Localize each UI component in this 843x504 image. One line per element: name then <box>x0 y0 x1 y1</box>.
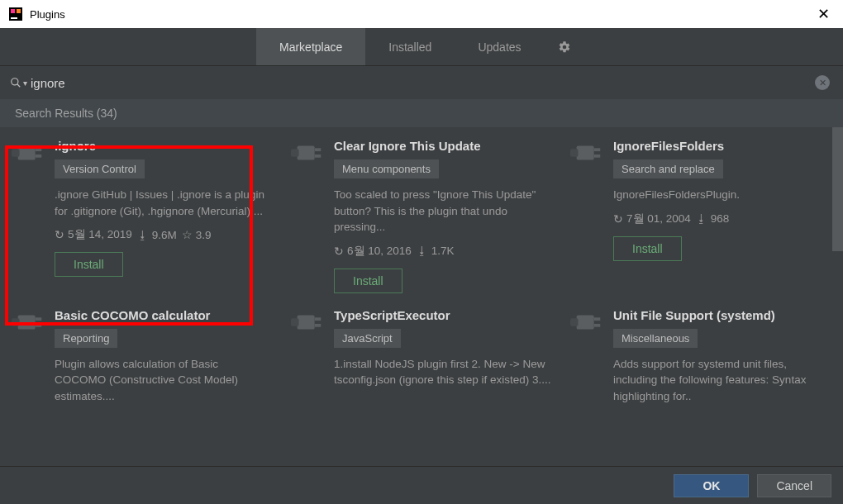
svg-rect-29 <box>594 324 601 327</box>
search-results-header: Search Results (34) <box>0 99 843 127</box>
plugin-description: IgnoreFilesFoldersPlugin. <box>613 187 831 203</box>
plugin-title[interactable]: Clear Ignore This Update <box>334 139 552 153</box>
tab-installed[interactable]: Installed <box>365 28 455 65</box>
plugin-description: Plugin allows calculation of Basic COCOM… <box>55 356 273 405</box>
svg-rect-20 <box>36 317 42 321</box>
plugin-stats: ↻6월 10, 2016 ⭳1.7K <box>334 244 552 259</box>
plugin-category[interactable]: Search and replace <box>613 159 723 178</box>
svg-rect-22 <box>298 315 315 329</box>
svg-rect-8 <box>36 148 42 151</box>
results-content: .ignore Version Control .ignore GitHub |… <box>0 127 843 466</box>
plugin-card: TypeScriptExecutor JavaScript 1.install … <box>291 308 552 413</box>
plugin-description: Too scaled to press "Ignore This Update"… <box>334 187 552 235</box>
install-button[interactable]: Install <box>334 269 402 293</box>
plugin-icon <box>12 139 55 293</box>
plugin-card: .ignore Version Control .ignore GitHub |… <box>12 139 273 293</box>
plugin-description: .ignore GitHub | Issues | .ignore is a p… <box>55 187 273 219</box>
plugin-icon <box>291 308 334 413</box>
star-icon: ☆ <box>182 228 193 241</box>
gear-icon[interactable] <box>545 28 584 65</box>
svg-rect-18 <box>18 315 36 329</box>
svg-line-5 <box>17 84 21 88</box>
svg-rect-23 <box>291 318 299 326</box>
plugin-title[interactable]: TypeScriptExecutor <box>334 308 552 322</box>
plugin-card: Unit File Support (systemd) Miscellaneou… <box>570 308 831 413</box>
plugin-category[interactable]: Menu components <box>334 159 439 178</box>
svg-rect-27 <box>570 318 579 326</box>
window-title: Plugins <box>30 8 65 21</box>
svg-rect-14 <box>577 145 594 159</box>
refresh-icon: ↻ <box>55 228 64 241</box>
plugin-title[interactable]: Unit File Support (systemd) <box>613 308 831 322</box>
tab-updates[interactable]: Updates <box>455 28 544 65</box>
cancel-button[interactable]: Cancel <box>757 474 831 497</box>
plugin-category[interactable]: JavaScript <box>334 329 401 348</box>
clear-search-icon[interactable]: ✕ <box>815 75 830 90</box>
svg-rect-26 <box>577 315 594 329</box>
plugin-icon <box>12 308 55 413</box>
download-icon: ⭳ <box>696 212 707 225</box>
download-icon: ⭳ <box>137 229 149 241</box>
svg-rect-1 <box>11 9 15 13</box>
close-icon[interactable]: ✕ <box>812 5 835 23</box>
svg-rect-25 <box>315 324 321 327</box>
svg-rect-24 <box>315 317 321 321</box>
bottom-bar: OK Cancel <box>0 466 843 504</box>
plugin-card: IgnoreFilesFolders Search and replace Ig… <box>570 139 831 293</box>
svg-rect-9 <box>36 155 42 158</box>
plugin-card: Clear Ignore This Update Menu components… <box>291 139 552 293</box>
scrollbar[interactable] <box>832 127 843 466</box>
plugin-description: Adds support for systemd unit files, inc… <box>613 356 831 405</box>
titlebar: Plugins ✕ <box>0 0 843 28</box>
svg-rect-19 <box>12 318 20 326</box>
search-input[interactable] <box>31 76 815 90</box>
svg-rect-3 <box>11 17 17 19</box>
tabs-bar: Marketplace Installed Updates <box>0 28 843 66</box>
svg-rect-17 <box>594 155 601 158</box>
scrollbar-thumb[interactable] <box>832 127 843 251</box>
plugin-category[interactable]: Version Control <box>55 159 145 178</box>
app-logo-icon <box>8 7 23 21</box>
svg-rect-11 <box>291 149 299 157</box>
plugin-description: 1.install NodeJS plugin first 2. New -> … <box>334 356 552 388</box>
install-button[interactable]: Install <box>55 252 123 277</box>
svg-rect-13 <box>315 155 321 158</box>
plugin-category[interactable]: Miscellaneous <box>613 329 698 348</box>
svg-rect-28 <box>594 317 601 321</box>
install-button[interactable]: Install <box>613 236 682 261</box>
plugin-stats: ↻5월 14, 2019 ⭳9.6M ☆3.9 <box>55 227 273 242</box>
svg-rect-12 <box>315 148 321 151</box>
plugin-title[interactable]: IgnoreFilesFolders <box>613 139 831 153</box>
search-icon: ▾ <box>10 77 27 88</box>
svg-point-4 <box>12 78 18 85</box>
svg-rect-2 <box>17 9 21 13</box>
svg-rect-15 <box>570 149 579 157</box>
tab-marketplace[interactable]: Marketplace <box>256 28 365 65</box>
download-icon: ⭳ <box>417 245 428 257</box>
plugin-stats: ↻7월 01, 2004 ⭳968 <box>613 212 831 226</box>
plugin-icon <box>570 308 613 413</box>
plugin-icon <box>570 139 613 293</box>
ok-button[interactable]: OK <box>674 474 749 497</box>
plugin-icon <box>291 139 334 293</box>
plugin-title[interactable]: Basic COCOMO calculator <box>55 308 273 322</box>
svg-rect-16 <box>594 148 601 151</box>
search-row: ▾ ✕ <box>0 66 843 99</box>
plugin-card: Basic COCOMO calculator Reporting Plugin… <box>12 308 273 413</box>
refresh-icon: ↻ <box>334 245 344 258</box>
plugin-title[interactable]: .ignore <box>55 139 273 153</box>
svg-rect-6 <box>18 145 36 159</box>
refresh-icon: ↻ <box>613 212 623 226</box>
svg-rect-10 <box>298 145 315 159</box>
svg-rect-21 <box>36 324 42 327</box>
plugin-category[interactable]: Reporting <box>55 329 117 348</box>
svg-rect-7 <box>12 149 20 157</box>
